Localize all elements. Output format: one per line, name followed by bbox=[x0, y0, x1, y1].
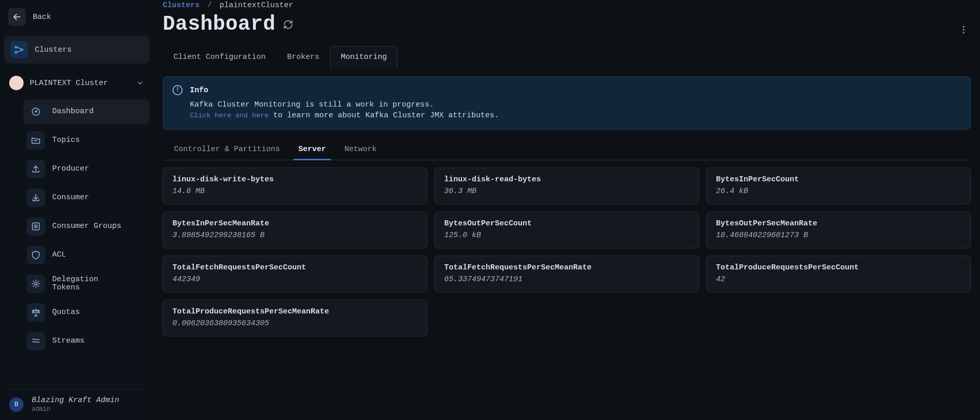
info-label: Info bbox=[190, 86, 208, 95]
subtab-controller-partitions[interactable]: Controller & Partitions bbox=[172, 141, 282, 160]
metric-card: BytesOutPerSecCount 125.0 kB bbox=[434, 212, 699, 248]
metric-name: TotalProduceRequestsPerSecMeanRate bbox=[172, 307, 418, 316]
sidebar-item-streams[interactable]: Streams bbox=[24, 329, 149, 353]
sidebar-item-label: Quotas bbox=[52, 308, 144, 317]
sidebar-item-dashboard[interactable]: Dashboard bbox=[24, 99, 149, 124]
footer-user-name: Blazing Kraft Admin bbox=[32, 396, 119, 405]
scales-icon bbox=[27, 303, 45, 322]
metric-value: 18.468840229601273 B bbox=[716, 231, 961, 240]
metric-card: TotalFetchRequestsPerSecMeanRate 65.3374… bbox=[434, 256, 699, 292]
main-content: Clusters / plaintextCluster Dashboard Cl… bbox=[154, 0, 980, 420]
sidebar-clusters-label: Clusters bbox=[35, 46, 72, 54]
sidebar-footer[interactable]: B Blazing Kraft Admin admin bbox=[4, 389, 149, 420]
svg-line-19 bbox=[38, 286, 39, 287]
sidebar-item-consumer[interactable]: Consumer bbox=[24, 185, 149, 210]
info-banner: ! Info Kafka Cluster Monitoring is still… bbox=[163, 76, 971, 130]
metric-value: 442349 bbox=[172, 275, 418, 284]
sidebar-item-label: Consumer bbox=[52, 194, 144, 202]
svg-point-26 bbox=[963, 29, 965, 31]
info-line2-rest: to learn more about Kafka Cluster JMX at… bbox=[269, 111, 499, 120]
tab-client-configuration[interactable]: Client Configuration bbox=[163, 46, 276, 69]
tab-brokers[interactable]: Brokers bbox=[276, 46, 330, 69]
metric-value: 14.8 MB bbox=[172, 187, 418, 196]
avatar: B bbox=[9, 397, 24, 412]
sidebar: Back Clusters PLAINTEXT Cluster Dashboar… bbox=[0, 0, 154, 420]
metric-name: BytesOutPerSecCount bbox=[444, 219, 689, 228]
svg-line-18 bbox=[33, 281, 34, 282]
sidebar-item-quotas[interactable]: Quotas bbox=[24, 300, 149, 325]
svg-point-5 bbox=[35, 111, 36, 112]
metric-name: BytesInPerSecMeanRate bbox=[172, 219, 418, 228]
primary-tabs: Client Configuration Brokers Monitoring bbox=[163, 46, 971, 69]
clusters-icon bbox=[10, 41, 28, 58]
streams-icon bbox=[27, 332, 45, 350]
svg-point-27 bbox=[963, 32, 965, 33]
sidebar-item-label: Dashboard bbox=[52, 108, 144, 116]
metric-name: TotalProduceRequestsPerSecCount bbox=[716, 263, 961, 272]
page-title: Dashboard bbox=[163, 13, 276, 36]
gauge-icon bbox=[27, 102, 45, 121]
subtab-server[interactable]: Server bbox=[296, 141, 328, 160]
cluster-status-dot-icon bbox=[9, 76, 24, 90]
sidebar-item-label: Consumer Groups bbox=[52, 222, 144, 231]
svg-point-2 bbox=[15, 51, 17, 53]
download-icon bbox=[27, 188, 45, 207]
footer-user-role: admin bbox=[32, 406, 119, 413]
metric-card: TotalFetchRequestsPerSecCount 442349 bbox=[163, 256, 427, 292]
selected-cluster-label: PLAINTEXT Cluster bbox=[30, 79, 108, 88]
sidebar-item-consumer-groups[interactable]: Consumer Groups bbox=[24, 214, 149, 239]
back-button[interactable]: Back bbox=[4, 5, 149, 29]
svg-point-1 bbox=[15, 46, 17, 48]
sidebar-item-label: Producer bbox=[52, 165, 144, 174]
svg-point-13 bbox=[35, 283, 37, 285]
sidebar-item-label: ACL bbox=[52, 251, 144, 260]
metric-cards: linux-disk-write-bytes 14.8 MB linux-dis… bbox=[163, 167, 971, 337]
metric-name: TotalFetchRequestsPerSecCount bbox=[172, 263, 418, 272]
sidebar-item-delegation-tokens[interactable]: Delegation Tokens bbox=[24, 271, 149, 296]
sidebar-item-label: Streams bbox=[52, 337, 144, 346]
svg-line-20 bbox=[33, 286, 34, 287]
metric-name: TotalFetchRequestsPerSecMeanRate bbox=[444, 263, 689, 272]
metric-card: linux-disk-read-bytes 36.3 MB bbox=[434, 167, 699, 204]
tab-monitoring[interactable]: Monitoring bbox=[330, 46, 398, 69]
sidebar-item-clusters[interactable]: Clusters bbox=[4, 36, 149, 64]
list-icon bbox=[27, 217, 45, 236]
metric-value: 26.4 kB bbox=[716, 187, 961, 196]
metric-value: 42 bbox=[716, 275, 961, 284]
metric-value: 36.3 MB bbox=[444, 187, 689, 196]
info-link[interactable]: Click here and here bbox=[190, 112, 269, 119]
back-label: Back bbox=[33, 13, 51, 22]
metric-card: BytesInPerSecMeanRate 3.8985492299238165… bbox=[163, 212, 427, 248]
svg-point-25 bbox=[963, 26, 965, 28]
sidebar-item-label: Topics bbox=[52, 136, 144, 145]
metric-name: linux-disk-read-bytes bbox=[444, 175, 689, 184]
sidebar-item-label: Delegation Tokens bbox=[52, 276, 144, 292]
info-line1: Kafka Cluster Monitoring is still a work… bbox=[190, 100, 961, 109]
metric-card: linux-disk-write-bytes 14.8 MB bbox=[163, 167, 427, 204]
breadcrumb-sep: / bbox=[204, 1, 215, 10]
metric-card: BytesInPerSecCount 26.4 kB bbox=[706, 167, 971, 204]
metric-name: BytesInPerSecCount bbox=[716, 175, 961, 184]
sidebar-item-acl[interactable]: ACL bbox=[24, 243, 149, 267]
footer-user-block: Blazing Kraft Admin admin bbox=[32, 396, 119, 413]
refresh-icon[interactable] bbox=[283, 19, 293, 30]
breadcrumb: Clusters / plaintextCluster bbox=[163, 0, 971, 10]
breadcrumb-root[interactable]: Clusters bbox=[163, 1, 200, 10]
metric-value: 65.33749473747191 bbox=[444, 275, 689, 284]
svg-line-21 bbox=[38, 281, 39, 282]
info-icon: ! bbox=[172, 85, 183, 95]
more-menu-button[interactable] bbox=[957, 24, 970, 36]
folder-icon bbox=[27, 131, 45, 150]
upload-icon bbox=[27, 160, 45, 178]
cluster-selector[interactable]: PLAINTEXT Cluster bbox=[4, 72, 149, 94]
sidebar-item-producer[interactable]: Producer bbox=[24, 157, 149, 181]
metric-card: BytesOutPerSecMeanRate 18.46884022960127… bbox=[706, 212, 971, 248]
subtab-network[interactable]: Network bbox=[342, 141, 379, 160]
metric-card: TotalProduceRequestsPerSecCount 42 bbox=[706, 256, 971, 292]
sidebar-item-topics[interactable]: Topics bbox=[24, 128, 149, 153]
back-arrow-icon bbox=[8, 8, 26, 26]
token-icon bbox=[27, 275, 45, 293]
metric-card: TotalProduceRequestsPerSecMeanRate 0.006… bbox=[163, 300, 427, 337]
metric-value: 3.8985492299238165 B bbox=[172, 231, 418, 240]
secondary-tabs: Controller & Partitions Server Network bbox=[163, 141, 971, 160]
